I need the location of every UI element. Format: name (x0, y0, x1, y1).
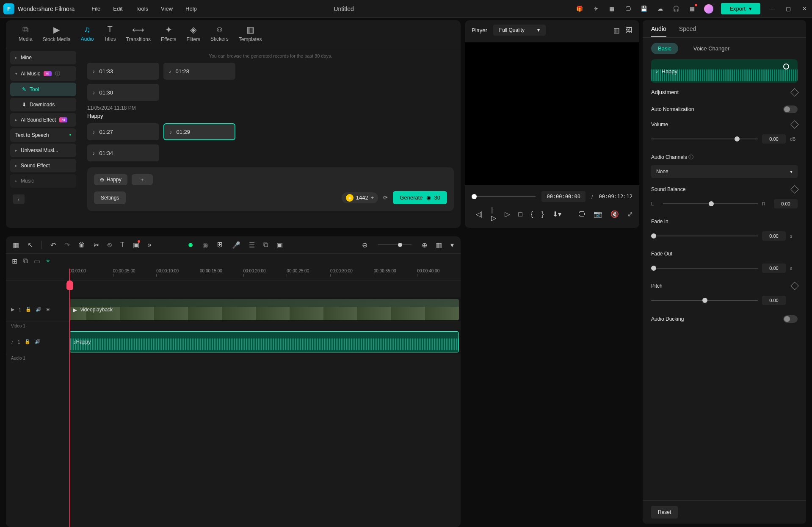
pitch-value[interactable]: 0.00 (762, 296, 786, 305)
grid-icon[interactable]: ▦ (13, 241, 19, 249)
redo-icon[interactable]: ↷ (64, 241, 70, 249)
prev-frame-icon[interactable]: ◁| (476, 210, 483, 218)
mute-icon[interactable]: 🔊 (35, 339, 41, 344)
undo-icon[interactable]: ↶ (50, 241, 56, 249)
audio-clip-card[interactable]: ♪01:30 (87, 84, 159, 101)
cut-icon[interactable]: ✂ (94, 241, 99, 249)
volume-value[interactable]: 0.00 (762, 134, 786, 144)
play-icon[interactable]: ▷ (505, 210, 510, 218)
mark-in-icon[interactable]: { (531, 211, 533, 218)
chevron-down-icon[interactable]: ▾ (450, 241, 454, 249)
close-icon[interactable]: ✕ (800, 5, 809, 13)
tab-transitions[interactable]: ⟷Transitions (126, 25, 151, 48)
track-link-icon[interactable]: ⧉ (23, 257, 28, 265)
ai-face-icon[interactable]: ☻ (187, 241, 194, 249)
auto-norm-toggle[interactable] (783, 105, 798, 113)
device-icon[interactable]: ⧉ (263, 241, 268, 249)
fadein-value[interactable]: 0.00 (762, 231, 786, 241)
headphones-icon[interactable]: 🎧 (672, 5, 680, 13)
tab-speed-properties[interactable]: Speed (679, 25, 696, 37)
quality-select[interactable]: Full Quality▾ (493, 25, 546, 36)
video-clip[interactable]: ▶ videoplayback (69, 299, 459, 320)
tab-stock-media[interactable]: ▶Stock Media (43, 25, 71, 48)
keyframe-icon[interactable] (790, 88, 799, 97)
sidebar-item-sound-effect[interactable]: ▸Sound Effect (10, 159, 76, 172)
fullscreen-icon[interactable]: ⤢ (627, 210, 633, 218)
mic-icon[interactable]: 🎤 (232, 241, 240, 249)
sidebar-item-mine[interactable]: ▸Mine (10, 51, 76, 64)
cursor-icon[interactable]: ↖ (28, 241, 33, 249)
gift-icon[interactable]: 🎁 (575, 5, 584, 13)
camera-icon[interactable]: 📷 (594, 210, 602, 218)
refresh-icon[interactable]: ⟳ (383, 194, 388, 201)
subtab-basic[interactable]: Basic (651, 43, 678, 54)
layout-icon[interactable]: ▥ (436, 241, 442, 249)
save-icon[interactable]: 💾 (640, 5, 648, 13)
fadeout-slider[interactable] (651, 268, 758, 269)
snapshot-icon[interactable]: 🖼 (626, 26, 632, 34)
split-icon[interactable]: ⎋ (108, 241, 112, 249)
tab-audio-properties[interactable]: Audio (651, 25, 666, 37)
more-icon[interactable]: » (148, 241, 152, 249)
mood-tag[interactable]: ⊕Happy (94, 174, 127, 185)
subtab-voice-changer[interactable]: Voice Changer (687, 43, 736, 54)
audio-clip-card[interactable]: ♪01:28 (163, 63, 235, 80)
credits-display[interactable]: ●1442+ (342, 192, 378, 203)
lock-icon[interactable]: 🔓 (25, 307, 31, 312)
clip-preview[interactable]: ♪ Happy (651, 59, 798, 83)
audio-clip[interactable]: ♪ Happy (69, 331, 459, 352)
zoom-slider[interactable] (378, 244, 412, 245)
volume-slider[interactable] (651, 139, 758, 139)
channels-select[interactable]: None▾ (651, 165, 798, 178)
audio-clip-card[interactable]: ♪01:27 (87, 123, 159, 140)
sidebar-item-ai-music[interactable]: ▾AI MusicAIⓘ (10, 66, 76, 81)
send-icon[interactable]: ✈ (591, 5, 600, 13)
add-tag-button[interactable]: + (132, 174, 153, 185)
adjustment-header[interactable]: Adjustment (651, 83, 798, 101)
calendar-icon[interactable]: ▦ (608, 5, 616, 13)
audio-track-header[interactable]: ♪1 🔓 🔊 (6, 330, 69, 354)
audio-clip-card[interactable]: ♪01:33 (87, 63, 159, 80)
track-mute-icon[interactable]: ▭ (34, 257, 40, 265)
list-icon[interactable]: ☰ (249, 241, 255, 249)
tab-stickers[interactable]: ☺Stickers (210, 25, 229, 48)
tab-media[interactable]: ⧉Media (19, 25, 33, 48)
text-icon[interactable]: T (120, 241, 124, 249)
sidebar-item-tool[interactable]: ✎Tool (10, 83, 76, 96)
keyframe-icon[interactable] (790, 120, 799, 129)
stop-icon[interactable]: □ (518, 211, 522, 218)
sidebar-item-ai-sound-effect[interactable]: ▸AI Sound EffectAI (10, 113, 76, 127)
apps-icon[interactable]: ▦ (688, 5, 696, 13)
generate-button[interactable]: Generate◉30 (393, 191, 447, 204)
audio-clip-card-selected[interactable]: ♪01:29 (163, 123, 235, 140)
keyframe-icon[interactable] (790, 185, 799, 194)
fadeout-value[interactable]: 0.00 (762, 264, 786, 273)
tab-filters[interactable]: ◈Filters (186, 25, 200, 48)
video-track-header[interactable]: ▶1 🔓 🔊 👁 (6, 297, 69, 322)
balance-value[interactable]: 0.00 (774, 199, 798, 208)
sidebar-item-text-to-speech[interactable]: Text to Speech• (10, 128, 76, 142)
delete-icon[interactable]: 🗑 (78, 241, 85, 249)
crop-icon[interactable]: ▣ (133, 241, 139, 249)
clip-down-icon[interactable]: ⬇▾ (552, 210, 561, 218)
handle-icon[interactable] (783, 64, 789, 69)
settings-button[interactable]: Settings (94, 191, 126, 204)
step-back-icon[interactable]: |▷ (491, 206, 496, 222)
reset-button[interactable]: Reset (651, 506, 678, 519)
marker-icon[interactable]: ◉ (202, 241, 208, 249)
minimize-icon[interactable]: — (768, 5, 776, 13)
magnet-icon[interactable]: ⌖ (46, 257, 50, 265)
video-preview[interactable] (465, 42, 639, 185)
sidebar-item-universal-music[interactable]: ▸Universal Musi... (10, 144, 76, 157)
playhead[interactable] (69, 269, 70, 527)
timeline-ruler[interactable]: 00:00:00 00:00:05:00 00:00:10:00 00:00:1… (6, 269, 461, 280)
avatar[interactable] (704, 4, 713, 14)
display-icon[interactable]: 🖵 (578, 211, 585, 218)
mute-icon[interactable]: 🔊 (36, 307, 41, 312)
keyframe-icon[interactable] (790, 282, 799, 290)
menu-file[interactable]: File (91, 6, 100, 12)
tab-audio[interactable]: ♫Audio (81, 25, 94, 48)
shield-icon[interactable]: ⛨ (217, 241, 224, 249)
playback-progress[interactable] (472, 196, 536, 197)
tab-templates[interactable]: ▥Templates (239, 25, 262, 48)
